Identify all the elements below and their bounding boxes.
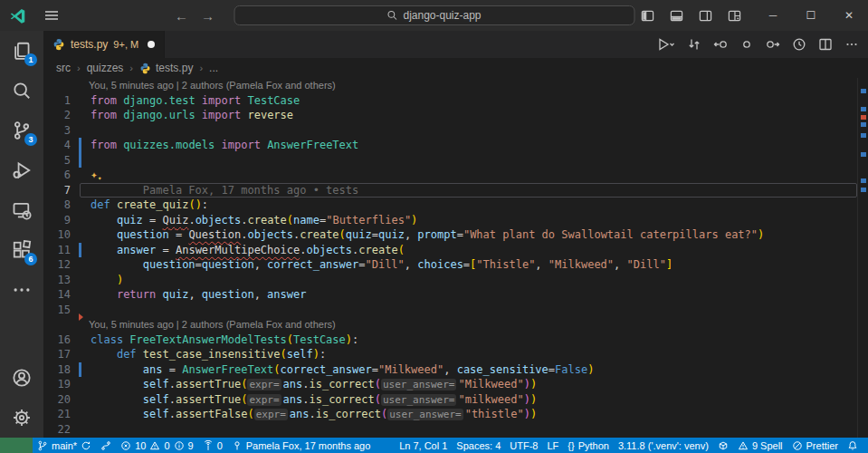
code-text[interactable]: from quizzes.models import AnswerFreeTex… bbox=[80, 138, 857, 153]
overview-ruler[interactable] bbox=[857, 78, 868, 438]
code-text[interactable]: question=question, correct_answer="Dill"… bbox=[80, 257, 857, 273]
code-text[interactable]: question = Question.objects.create(quiz=… bbox=[80, 227, 857, 243]
toggle-sidebar-icon[interactable] bbox=[641, 9, 654, 23]
toggle-panel-icon[interactable] bbox=[670, 9, 683, 23]
breadcrumb-src[interactable]: src bbox=[56, 62, 71, 74]
unsaved-dot-icon[interactable] bbox=[148, 41, 155, 48]
line-number[interactable]: 22 bbox=[43, 422, 71, 438]
line-number[interactable]: 19 bbox=[43, 377, 71, 392]
code-text[interactable]: ans = AnswerFreeText(correct_answer="Mil… bbox=[80, 362, 857, 378]
code-line[interactable]: 6✦✦ bbox=[43, 168, 868, 183]
status-spell-checker[interactable]: 9 Spell bbox=[733, 438, 787, 453]
code-line[interactable]: 3 bbox=[43, 123, 868, 139]
status-gitlens-blame[interactable]: Pamela Fox, 17 months ago bbox=[227, 438, 376, 453]
code-line[interactable]: 4from quizzes.models import AnswerFreeTe… bbox=[43, 138, 868, 153]
code-line[interactable]: 15 bbox=[43, 303, 868, 318]
line-number[interactable]: 9 bbox=[43, 213, 71, 228]
code-line[interactable]: 17 def test_case_insensitive(self): bbox=[43, 347, 868, 362]
activity-item-search[interactable] bbox=[0, 71, 43, 111]
codelens-annotation[interactable]: You, 5 minutes ago | 2 authors (Pamela F… bbox=[43, 317, 868, 333]
activity-item-accounts[interactable] bbox=[0, 358, 43, 398]
code-editor[interactable]: You, 5 minutes ago | 2 authors (Pamela F… bbox=[43, 78, 868, 438]
status-eol[interactable]: LF bbox=[542, 438, 563, 453]
file-history-icon[interactable] bbox=[792, 37, 806, 52]
copilot-sparkle-icon[interactable]: ✦ bbox=[98, 174, 102, 182]
status-problems[interactable]: 1009 bbox=[116, 438, 198, 453]
line-number[interactable]: 5 bbox=[43, 153, 71, 169]
breadcrumb-quizzes[interactable]: quizzes bbox=[87, 62, 124, 74]
code-line[interactable]: 8def create_quiz(): bbox=[43, 198, 868, 213]
code-line[interactable]: 5 bbox=[43, 153, 868, 169]
status-cursor-position[interactable]: Ln 7, Col 1 bbox=[395, 438, 452, 453]
code-text[interactable]: from django.test import TestCase bbox=[80, 93, 857, 109]
code-text[interactable]: def create_quiz(): bbox=[80, 198, 857, 213]
line-number[interactable]: 11 bbox=[43, 243, 71, 258]
code-text[interactable]: ) bbox=[80, 273, 857, 288]
run-python-file-button[interactable] bbox=[657, 37, 675, 52]
status-git-branch[interactable]: main* bbox=[33, 438, 96, 453]
activity-item-explorer[interactable]: 1 bbox=[0, 31, 43, 71]
activity-item-source-control[interactable]: 3 bbox=[0, 111, 43, 150]
tab-tests-py[interactable]: tests.py 9+, M bbox=[43, 31, 165, 58]
line-number[interactable]: 6 bbox=[43, 168, 71, 183]
code-line[interactable]: 14 return quiz, question, answer bbox=[43, 287, 868, 303]
activity-item-run-debug[interactable] bbox=[0, 150, 43, 190]
activity-item-remote-explorer[interactable] bbox=[0, 190, 43, 230]
command-center-search[interactable]: django-quiz-app bbox=[234, 5, 634, 25]
code-text[interactable]: from django.urls import reverse bbox=[80, 108, 857, 123]
code-line[interactable]: 12 question=question, correct_answer="Di… bbox=[43, 257, 868, 273]
activity-item-extensions[interactable]: 6 bbox=[0, 230, 43, 270]
line-number[interactable]: 13 bbox=[43, 273, 71, 288]
line-number[interactable]: 18 bbox=[43, 362, 71, 378]
code-line[interactable]: 19 self.assertTrue(expr=ans.is_correct(u… bbox=[43, 377, 868, 392]
status-git-graph[interactable] bbox=[96, 438, 116, 453]
status-notifications[interactable] bbox=[843, 438, 863, 453]
nav-back-icon[interactable]: ← bbox=[175, 8, 188, 24]
code-text[interactable] bbox=[80, 422, 857, 438]
code-text[interactable]: answer = AnswerMultipeChoice.objects.cre… bbox=[80, 243, 857, 258]
codelens-annotation[interactable]: You, 5 minutes ago | 2 authors (Pamela F… bbox=[43, 78, 868, 93]
line-number[interactable]: 7 bbox=[43, 183, 71, 198]
line-number[interactable]: 20 bbox=[43, 392, 71, 408]
open-change-icon[interactable] bbox=[739, 37, 754, 52]
line-number[interactable]: 21 bbox=[43, 407, 71, 422]
code-line[interactable]: 9 quiz = Quiz.objects.create(name="Butte… bbox=[43, 213, 868, 228]
status-remote-indicator[interactable] bbox=[0, 438, 33, 453]
close-button[interactable]: ✕ bbox=[830, 0, 868, 31]
code-line[interactable]: 20 self.assertTrue(expr=ans.is_correct(u… bbox=[43, 392, 868, 408]
code-line[interactable]: 11 answer = AnswerMultipeChoice.objects.… bbox=[43, 243, 868, 258]
minimize-button[interactable]: ─ bbox=[754, 0, 792, 31]
line-number[interactable]: 2 bbox=[43, 108, 71, 123]
status-ports[interactable]: 0 bbox=[198, 438, 227, 453]
customize-layout-icon[interactable] bbox=[728, 9, 741, 23]
line-number[interactable]: 12 bbox=[43, 257, 71, 273]
status-prettier[interactable]: Prettier bbox=[787, 438, 843, 453]
line-number[interactable]: 8 bbox=[43, 198, 71, 213]
status-python-interpreter[interactable]: 3.11.8 ('.venv': venv) bbox=[614, 438, 713, 453]
code-line[interactable]: 22 bbox=[43, 422, 868, 438]
code-text[interactable]: def test_case_insensitive(self): bbox=[80, 347, 857, 362]
maximize-button[interactable]: ☐ bbox=[792, 0, 830, 31]
activity-item-more[interactable] bbox=[0, 270, 43, 310]
code-text[interactable]: quiz = Quiz.objects.create(name="Butterf… bbox=[80, 213, 857, 228]
more-actions-icon[interactable] bbox=[844, 37, 859, 52]
code-line[interactable]: 18 ans = AnswerFreeText(correct_answer="… bbox=[43, 362, 868, 378]
code-line[interactable]: 2from django.urls import reverse bbox=[43, 108, 868, 123]
compare-changes-icon[interactable] bbox=[687, 37, 701, 52]
code-text[interactable] bbox=[80, 153, 857, 169]
line-number[interactable]: 15 bbox=[43, 303, 71, 318]
code-text[interactable]: self.assertTrue(expr=ans.is_correct(user… bbox=[80, 377, 857, 392]
line-number[interactable]: 4 bbox=[43, 138, 71, 153]
status-language-mode[interactable]: {}Python bbox=[563, 438, 614, 453]
code-text[interactable] bbox=[80, 123, 857, 139]
code-line[interactable]: 13 ) bbox=[43, 273, 868, 288]
code-line[interactable]: 1from django.test import TestCase bbox=[43, 93, 868, 109]
code-text[interactable]: class FreeTextAnswerModelTests(TestCase)… bbox=[80, 333, 857, 348]
line-number[interactable]: 14 bbox=[43, 287, 71, 303]
breadcrumb-tests-py[interactable]: tests.py bbox=[139, 62, 193, 74]
code-text[interactable]: ✦✦ bbox=[80, 168, 857, 183]
line-number[interactable]: 10 bbox=[43, 227, 71, 243]
status-encoding[interactable]: UTF-8 bbox=[505, 438, 542, 453]
nav-forward-icon[interactable]: → bbox=[201, 8, 215, 24]
code-text[interactable] bbox=[80, 303, 857, 318]
